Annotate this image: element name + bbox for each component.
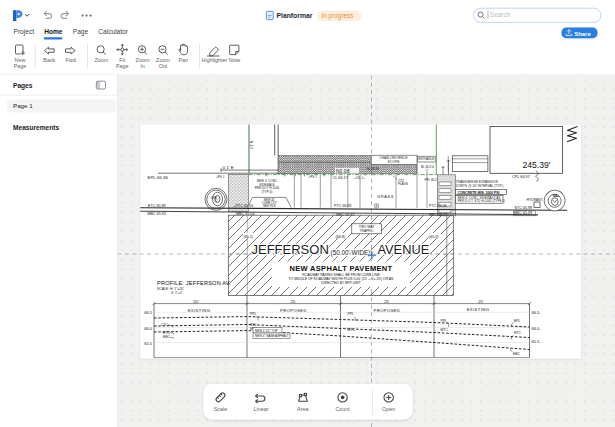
svg-text:EPL: EPL xyxy=(514,319,521,323)
svg-text:Pan: Pan xyxy=(178,57,188,63)
svg-text:Zoom: Zoom xyxy=(94,57,108,63)
svg-text:Share: Share xyxy=(574,31,591,37)
svg-text:Planformar: Planformar xyxy=(277,12,313,19)
svg-text:PTC 66.92: PTC 66.92 xyxy=(334,204,352,208)
svg-text:MBC 65.92: MBC 65.92 xyxy=(148,212,166,216)
svg-text:+PS J: +PS J xyxy=(309,175,318,179)
svg-text:20': 20' xyxy=(193,299,199,304)
svg-text:ETC 65.99: ETC 65.99 xyxy=(148,204,166,208)
svg-text:PROPOSED: PROPOSED xyxy=(374,308,401,313)
svg-text:In: In xyxy=(140,63,145,69)
svg-text:JOINTS @ 20' INTERVAL (TYP.): JOINTS @ 20' INTERVAL (TYP.) xyxy=(456,184,504,188)
svg-text:Measurements: Measurements xyxy=(13,124,60,131)
svg-text:(66.1): (66.1) xyxy=(244,235,253,239)
svg-text:JEFFERSON: JEFFERSON xyxy=(252,242,329,257)
svg-text:Out: Out xyxy=(159,63,168,69)
svg-text:Project: Project xyxy=(14,28,35,36)
svg-text:Pages: Pages xyxy=(13,82,33,90)
svg-text:BL 66.3 d: BL 66.3 d xyxy=(421,165,434,169)
svg-text:CTC: CTC xyxy=(161,323,169,327)
svg-text:Page: Page xyxy=(14,63,27,69)
svg-text:Search: Search xyxy=(490,11,511,18)
svg-text:+PS J: +PS J xyxy=(216,175,225,179)
svg-text:ETC: ETC xyxy=(163,331,170,335)
svg-text:HTC: HTC xyxy=(514,331,522,335)
svg-text:(TYP 4): (TYP 4) xyxy=(262,190,273,194)
svg-text:GRASS: GRASS xyxy=(377,194,394,199)
svg-text:EXISTING: EXISTING xyxy=(188,308,211,313)
svg-text:EPL 66.36: EPL 66.36 xyxy=(148,175,169,180)
svg-text:DIRECTED BY BPP UNIT: DIRECTED BY BPP UNIT xyxy=(321,281,360,285)
svg-text:PPL: PPL xyxy=(348,312,355,316)
svg-text:MBC 65.49: MBC 65.49 xyxy=(514,211,532,215)
svg-text:+CK J +: +CK J + xyxy=(354,176,365,180)
svg-text:V: 1"=2': V: 1"=2' xyxy=(171,291,183,295)
svg-text:64+: 64+ xyxy=(553,194,559,198)
svg-text:Scale: Scale xyxy=(214,406,228,412)
svg-text:EBC: EBC xyxy=(163,335,171,339)
svg-text:25': 25' xyxy=(478,299,484,304)
svg-text:CL 66.17: CL 66.17 xyxy=(333,176,348,180)
svg-text:In progress: In progress xyxy=(322,12,354,20)
svg-text:NEW 2 1/2" TOP: NEW 2 1/2" TOP xyxy=(255,329,277,333)
svg-text:ENTRANCE: ENTRANCE xyxy=(418,157,434,161)
svg-text:Note: Note xyxy=(229,57,240,63)
svg-text:AVENUE: AVENUE xyxy=(378,242,430,257)
svg-text:Page 1: Page 1 xyxy=(13,102,33,109)
svg-text:66.5-: 66.5- xyxy=(532,310,542,315)
svg-text:SEE FILE: SEE FILE xyxy=(263,204,276,208)
svg-text:(50.00' WIDE): (50.00' WIDE) xyxy=(331,249,371,257)
svg-text:Calculator: Calculator xyxy=(98,28,128,35)
svg-text:Area: Area xyxy=(297,406,308,412)
svg-text:EBC: EBC xyxy=(513,352,521,356)
svg-text:MTC: MTC xyxy=(441,328,449,332)
svg-text:NEW 4" BASE ASPHALT: NEW 4" BASE ASPHALT xyxy=(255,334,289,338)
svg-text:65.5: 65.5 xyxy=(144,341,153,346)
svg-text:SCOPE: SCOPE xyxy=(388,160,401,164)
svg-text:Page: Page xyxy=(73,28,89,36)
svg-text:Highlighter: Highlighter xyxy=(202,57,228,63)
svg-text:Page: Page xyxy=(116,63,129,69)
svg-text:TRAFFIC: TRAFFIC xyxy=(360,229,375,233)
svg-text:(65.9): (65.9) xyxy=(429,235,438,239)
svg-text:25': 25' xyxy=(384,299,390,304)
svg-text:(66.8): (66.8) xyxy=(336,235,345,239)
svg-text:MTC: MTC xyxy=(348,328,356,332)
svg-text:0.1' E: 0.1' E xyxy=(223,165,234,170)
svg-text:6 T N: 6 T N xyxy=(250,140,254,149)
svg-text:CPL 66.97: CPL 66.97 xyxy=(512,175,530,179)
svg-text:PPL: PPL xyxy=(441,319,448,323)
svg-text:+PTC 65.05: +PTC 65.05 xyxy=(234,204,254,208)
svg-text:PPL 66.2: PPL 66.2 xyxy=(425,178,438,182)
svg-text:Open: Open xyxy=(382,406,395,412)
svg-text:BL 66.98: BL 66.98 xyxy=(367,167,379,171)
svg-text:245.39': 245.39' xyxy=(523,160,551,170)
svg-text:Count: Count xyxy=(335,406,350,412)
svg-text:25': 25' xyxy=(291,299,297,304)
svg-text:EXISTING: EXISTING xyxy=(467,307,490,312)
svg-text:STC 65.99: STC 65.99 xyxy=(515,206,533,210)
svg-text:HYDRANT: HYDRANT xyxy=(527,198,543,202)
svg-text:CONCRETE MIN. 3000 PSI: CONCRETE MIN. 3000 PSI xyxy=(458,191,500,195)
svg-text:PTC 66.06: PTC 66.06 xyxy=(429,204,447,208)
svg-text:Home: Home xyxy=(44,28,63,35)
svg-text:1.2: 1.2 xyxy=(214,199,218,203)
svg-text:SCALE: H: 1"=20': SCALE: H: 1"=20' xyxy=(157,287,184,291)
svg-text:FLAGS: FLAGS xyxy=(398,182,408,186)
svg-text:66.0: 66.0 xyxy=(144,326,153,331)
svg-text:PPL: PPL xyxy=(250,312,257,316)
svg-text:N0.08: N0.08 xyxy=(336,169,350,174)
svg-text:65.5-: 65.5- xyxy=(532,339,542,344)
svg-text:PER D.O.T. STD H-1045 (TYPE 1): PER D.O.T. STD H-1045 (TYPE 1) xyxy=(458,199,506,203)
svg-text:66.5: 66.5 xyxy=(144,310,153,315)
svg-text:NEW ASPHALT PAVEMENT: NEW ASPHALT PAVEMENT xyxy=(290,264,393,273)
svg-text:Linear: Linear xyxy=(254,406,269,412)
svg-text:Back: Back xyxy=(43,57,55,63)
svg-text:66.0-: 66.0- xyxy=(532,326,542,331)
svg-text:PROFILE: JEFFERSON AV.: PROFILE: JEFFERSON AV. xyxy=(157,280,231,286)
svg-text:PROPOSED: PROPOSED xyxy=(280,308,307,313)
svg-text:Fwd: Fwd xyxy=(66,57,76,63)
